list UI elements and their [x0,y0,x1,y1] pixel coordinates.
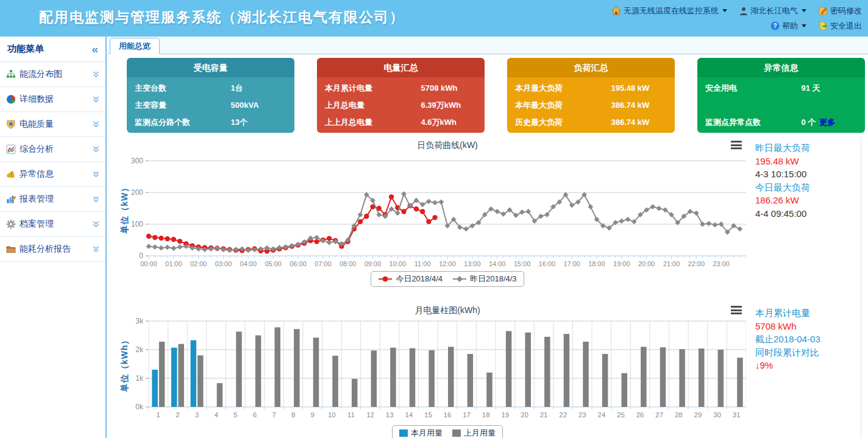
card-row-label: 本月累计电量 [325,83,372,93]
card-row-value: 4.6万kWh [421,117,457,127]
home-icon [611,6,621,15]
user-dropdown[interactable]: 湖北长江电气 [739,5,806,16]
stat-value: 186.26 kW [755,194,865,207]
svg-text:18:00: 18:00 [588,260,605,267]
svg-text:11:00: 11:00 [414,260,431,267]
card-row-label: 主变台数 [135,83,166,93]
sidebar-item-label: 能流分布图 [20,69,62,80]
legend-item-this-month[interactable]: 本月用量 [399,428,443,438]
chevron-double-down-icon [93,246,99,252]
svg-text:17: 17 [463,411,471,419]
sidebar-item-abnormal-info[interactable]: ! 异常信息 [0,162,105,187]
sidebar-item-label: 报表管理 [20,194,54,205]
shield-icon [6,119,16,129]
help-label: 帮助 [782,21,798,32]
card-row-value: 0 个 [802,118,816,127]
svg-text:8: 8 [291,411,295,419]
card-title: 异常信息 [697,58,865,77]
svg-text:1: 1 [157,411,160,419]
safe-exit-label: 安全退出 [830,21,862,32]
legend-item-yesterday[interactable]: 昨日2018/4/3 [452,274,517,284]
password-edit-icon [819,6,828,15]
svg-text:16: 16 [444,411,452,419]
svg-text:14: 14 [405,411,413,419]
svg-text:29: 29 [694,411,702,419]
stat-label: 同时段累计对比 [755,346,865,359]
svg-text:10:00: 10:00 [390,260,407,267]
svg-text:2k: 2k [135,345,144,354]
card-row-value: 386.74 kW [611,100,650,110]
card-row-label: 上月总电量 [325,101,365,110]
card-row-label: 主变容量 [135,101,166,110]
svg-text:21:00: 21:00 [663,260,680,267]
svg-text:?: ? [773,23,777,29]
bar-chart-legend: 本月用量 上月用量 [392,425,503,438]
sidebar-item-power-quality[interactable]: 电能质量 [0,112,105,137]
legend-item-last-month[interactable]: 上月用量 [452,428,496,438]
card-load-summary: 负荷汇总 本月最大负荷195.48 kW 本年最大负荷386.74 kW 历史最… [507,58,675,133]
app-header: 配用电监测与管理服务系统（湖北长江电气有限公司） 无源无线温度在线监控系统 湖北… [0,0,868,37]
svg-text:18: 18 [482,411,490,419]
sidebar-collapse-icon[interactable]: « [91,43,98,56]
svg-text:22: 22 [559,411,567,419]
card-row-label: 安全用电 [705,83,737,93]
system-dropdown[interactable]: 无源无线温度在线监控系统 [611,5,727,16]
sidebar-item-comprehensive-analysis[interactable]: 综合分析 [0,137,105,162]
line-chart-legend: 今日2018/4/4 昨日2018/4/3 [371,271,524,287]
card-row-label: 历史最大负荷 [515,118,563,127]
svg-text:01:00: 01:00 [165,260,182,267]
svg-text:12:00: 12:00 [439,260,456,267]
svg-text:00:00: 00:00 [140,260,157,267]
more-link[interactable]: 更多 [819,118,835,127]
this-month-marker-icon [399,429,408,437]
stat-time: 4-4 09:45:00 [755,207,865,221]
report-icon [6,194,16,204]
sidebar-item-label: 电能质量 [20,119,54,130]
sidebar-item-detail-data[interactable]: 详细数据 [0,87,105,112]
svg-text:06:00: 06:00 [290,260,307,267]
card-title: 负荷汇总 [507,58,675,77]
sidebar-item-energy-report[interactable]: 能耗分析报告 [0,237,105,262]
sidebar-item-report-management[interactable]: 报表管理 [0,187,105,212]
energy-stats-panel: 本月累计电量 5708 kWh 截止2018-04-03 同时段累计对比 ↓9% [755,306,865,372]
caret-down-icon [802,24,806,30]
svg-text:15:00: 15:00 [514,260,531,267]
chevron-double-down-icon [93,71,99,77]
help-dropdown[interactable]: ? 帮助 [770,21,806,32]
svg-text:19:00: 19:00 [613,260,630,267]
svg-text:100: 100 [131,220,143,228]
svg-text:200: 200 [131,188,143,197]
daily-load-line-chart[interactable]: 010020030000:0001:0002:0003:0004:0005:00… [121,152,746,274]
card-row-value: 386.74 kW [611,117,650,127]
card-row-value: 13个 [231,117,247,127]
card-title: 受电容量 [127,58,294,77]
panel-divider [861,136,861,438]
chevron-double-down-icon [93,171,99,177]
safe-exit-link[interactable]: 安全退出 [819,21,862,32]
sidebar-item-label: 档案管理 [20,219,54,230]
card-row-label: 本月最大负荷 [515,83,563,93]
svg-text:20: 20 [521,411,528,419]
svg-text:7: 7 [272,411,276,419]
card-row-label: 监测点分路个数 [135,118,190,127]
legend-item-today[interactable]: 今日2018/4/4 [378,274,443,284]
tab-energy-overview[interactable]: 用能总览 [110,38,160,54]
stat-value: 5708 kWh [755,320,865,333]
svg-text:6: 6 [253,411,257,419]
sidebar-item-archive-management[interactable]: 档案管理 [0,212,105,237]
line-chart-title: 日负荷曲线(kW) [149,140,746,151]
chart-menu-icon[interactable] [731,141,742,151]
pie-chart-icon [6,94,16,104]
caret-down-icon [722,9,727,15]
svg-text:12: 12 [366,411,374,419]
svg-text:07:00: 07:00 [315,260,332,267]
change-password-link[interactable]: 密码修改 [819,5,862,16]
svg-text:04:00: 04:00 [240,260,257,267]
sidebar-item-energy-flow[interactable]: 能流分布图 [0,62,105,87]
today-series-marker-icon [378,276,393,282]
user-dropdown-label: 湖北长江电气 [750,5,798,16]
monthly-energy-bar-chart[interactable]: 0k1k2k3k12345678910111213141516171819202… [121,314,746,426]
svg-text:24: 24 [598,411,606,419]
svg-text:0: 0 [139,252,143,260]
alert-icon: ! [6,169,16,179]
